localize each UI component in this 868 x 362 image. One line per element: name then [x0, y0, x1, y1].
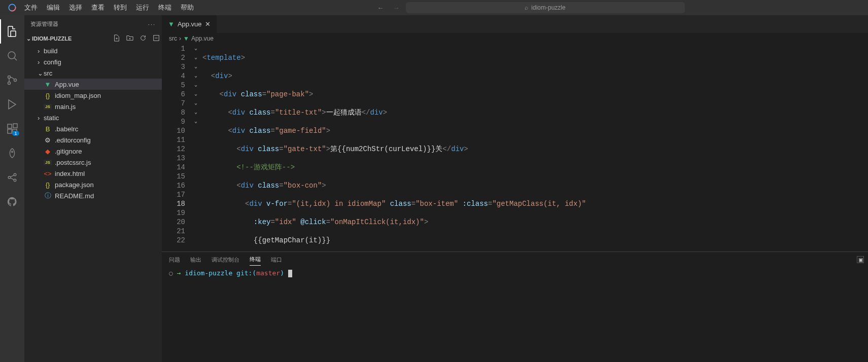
file-postcssrc[interactable]: JS.postcssrc.js [24, 157, 162, 168]
panel-tab-terminal[interactable]: 终端 [250, 254, 261, 266]
menu-run[interactable]: 运行 [132, 1, 153, 14]
svg-point-11 [8, 176, 11, 179]
file-main-js[interactable]: JSmain.js [24, 101, 162, 112]
file-babelrc[interactable]: B.babelrc [24, 123, 162, 134]
vue-icon: ▼ [168, 20, 175, 28]
panel-tab-debug[interactable]: 调试控制台 [212, 254, 239, 266]
search-activity-icon[interactable] [0, 44, 24, 68]
menu-file[interactable]: 文件 [20, 1, 42, 14]
menu-bar: 文件 编辑 选择 查看 转到 运行 终端 帮助 [20, 1, 198, 14]
project-header[interactable]: ⌄ IDIOM-PUZZLE [24, 33, 162, 44]
terminal-cursor [288, 270, 292, 277]
tab-app-vue[interactable]: ▼ App.vue ✕ [162, 15, 217, 33]
search-text: idiom-puzzle [531, 4, 565, 11]
gear-icon: ⚙ [44, 136, 52, 144]
svg-point-10 [12, 151, 13, 153]
file-editorconfig[interactable]: ⚙.editorconfig [24, 134, 162, 146]
svg-rect-7 [8, 129, 12, 133]
file-app-vue[interactable]: ▼App.vue [24, 79, 162, 90]
app-logo [8, 4, 16, 12]
file-gitignore[interactable]: ◆.gitignore [24, 146, 162, 157]
terminal-git-label: git:( [236, 269, 256, 277]
new-folder-icon[interactable] [126, 34, 133, 43]
more-icon[interactable]: ··· [148, 21, 156, 27]
info-icon: ⓘ [44, 191, 52, 200]
extensions-badge: 1 [12, 131, 19, 136]
git-icon: ◆ [44, 148, 52, 155]
section-actions [113, 34, 160, 43]
forward-icon[interactable]: → [393, 4, 400, 12]
tab-label: App.vue [178, 20, 202, 28]
file-idiom-map[interactable]: {}idiom_map.json [24, 90, 162, 101]
folder-build[interactable]: ›build [24, 45, 162, 56]
code-content[interactable]: <template> <div> <div class="page-bak"> … [202, 44, 868, 251]
babel-icon: B [44, 125, 52, 133]
fold-gutter[interactable]: ⌄⌄⌄⌄⌄⌄⌄⌄⌄ [194, 44, 202, 251]
code-editor[interactable]: 12345678910111213141516171819202122 ⌄⌄⌄⌄… [162, 44, 868, 251]
panel-tab-ports[interactable]: 端口 [271, 254, 282, 266]
panel-tabs: 问题 输出 调试控制台 终端 端口 ▣ [162, 252, 868, 267]
run-debug-icon[interactable] [0, 92, 24, 117]
svg-point-4 [8, 82, 11, 85]
collapse-icon[interactable] [153, 34, 160, 43]
terminal-path: idiom-puzzle [185, 269, 232, 277]
chevron-down-icon: ⌄ [38, 69, 44, 77]
svg-point-13 [14, 179, 16, 182]
rocket-icon[interactable] [0, 141, 24, 165]
menu-selection[interactable]: 选择 [65, 1, 86, 14]
chevron-right-icon: › [38, 47, 44, 55]
prompt-circle-icon: ○ [169, 269, 173, 277]
svg-rect-6 [8, 124, 12, 128]
js-icon: JS [44, 160, 52, 165]
chevron-down-icon: ⌄ [26, 35, 31, 42]
command-center[interactable]: ⌕ idiom-puzzle [406, 2, 685, 13]
share-icon[interactable] [0, 165, 24, 190]
panel-tab-problems[interactable]: 问题 [169, 254, 180, 266]
file-index-html[interactable]: <>index.html [24, 168, 162, 179]
sidebar-header: 资源管理器 ··· [24, 15, 162, 33]
menu-view[interactable]: 查看 [87, 1, 109, 14]
menu-edit[interactable]: 编辑 [43, 1, 64, 14]
bottom-panel: 问题 输出 调试控制台 终端 端口 ▣ ○ → idiom-puzzle git… [162, 251, 868, 362]
html-icon: <> [44, 170, 52, 177]
folder-src[interactable]: ⌄src [24, 67, 162, 79]
menu-go[interactable]: 转到 [110, 1, 131, 14]
menu-terminal[interactable]: 终端 [154, 1, 176, 14]
sidebar-title: 资源管理器 [30, 20, 58, 28]
folder-config[interactable]: ›config [24, 56, 162, 67]
explorer-icon[interactable] [0, 19, 24, 44]
sidebar: 资源管理器 ··· ⌄ IDIOM-PUZZLE ›build ›config … [24, 15, 162, 362]
editor-tabs: ▼ App.vue ✕ [162, 15, 868, 33]
breadcrumbs[interactable]: src › ▼ App.vue [162, 33, 868, 44]
file-readme[interactable]: ⓘREADME.md [24, 190, 162, 201]
folder-static[interactable]: ›static [24, 112, 162, 123]
chevron-right-icon: › [38, 114, 44, 122]
extensions-icon[interactable]: 1 [0, 117, 24, 141]
menu-help[interactable]: 帮助 [177, 1, 198, 14]
vue-icon: ▼ [44, 81, 52, 88]
refresh-icon[interactable] [140, 34, 147, 43]
terminal-git-close: ) [280, 269, 284, 277]
project-name: IDIOM-PUZZLE [32, 35, 72, 42]
back-icon[interactable]: ← [377, 4, 384, 12]
expand-icon[interactable]: ▣ [857, 256, 864, 263]
breadcrumb-src[interactable]: src [169, 35, 177, 42]
line-numbers: 12345678910111213141516171819202122 [162, 44, 194, 251]
close-icon[interactable]: ✕ [205, 20, 211, 28]
search-icon: ⌕ [525, 4, 528, 11]
terminal[interactable]: ○ → idiom-puzzle git:(master) [162, 267, 868, 362]
source-control-icon[interactable] [0, 68, 24, 92]
prompt-arrow-icon: → [177, 269, 185, 277]
chevron-right-icon: › [38, 58, 44, 66]
new-file-icon[interactable] [113, 34, 120, 43]
panel-tab-output[interactable]: 输出 [190, 254, 201, 266]
github-icon[interactable] [0, 190, 24, 214]
titlebar-center: ← → ⌕ idiom-puzzle [198, 2, 864, 13]
svg-point-3 [8, 76, 11, 79]
svg-rect-9 [13, 124, 17, 128]
svg-point-2 [8, 52, 15, 59]
file-package-json[interactable]: {}package.json [24, 179, 162, 190]
json-icon: {} [44, 181, 52, 189]
breadcrumb-file[interactable]: App.vue [191, 35, 214, 42]
json-icon: {} [44, 92, 52, 99]
